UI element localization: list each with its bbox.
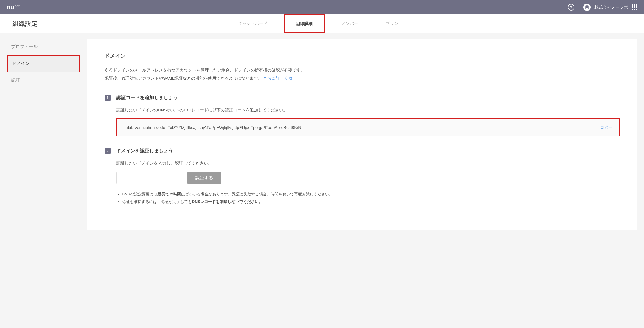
note-1: DNSの設定変更には最長で72時間ほどかかる場合があります。認証に失敗する場合、… xyxy=(122,190,620,198)
content-area: プロフィール ドメイン 認証 ドメイン あるドメインのメールアドレスを持つアカウ… xyxy=(0,33,644,235)
notes-list: DNSの設定変更には最長で72時間ほどかかる場合があります。認証に失敗する場合、… xyxy=(116,190,620,205)
step2-instruction: 認証したいドメインを入力し、認証してください。 xyxy=(116,161,620,166)
tab-members[interactable]: メンバー xyxy=(330,14,369,33)
topbar-left: nudev xyxy=(7,4,20,11)
brand-suffix: dev xyxy=(15,4,20,8)
svg-rect-0 xyxy=(586,6,588,9)
topbar: nudev ? | 株式会社ノーラボ xyxy=(0,0,644,14)
step2-body: 認証したいドメインを入力し、認証してください。 認証する DNSの設定変更には最… xyxy=(116,161,620,205)
apps-grid-icon[interactable] xyxy=(632,4,637,10)
brand-text: nu xyxy=(7,4,14,11)
desc-line2: 認証後、管理対象アカウントやSAML認証などの機能を使用できるようになります。 xyxy=(105,76,263,80)
sidebar: プロフィール ドメイン 認証 xyxy=(7,39,80,88)
step2-title: ドメインを認証しましょう xyxy=(116,148,173,154)
step1-body: 認証したいドメインのDNSホストのTXTレコードに以下の認証コードを追加してくだ… xyxy=(116,107,620,136)
step1-title: 認証コードを追加しましょう xyxy=(116,94,178,101)
sidebar-item-auth[interactable]: 認証 xyxy=(7,72,80,88)
step2-num: 2 xyxy=(105,148,111,154)
tab-dashboard[interactable]: ダッシュボード xyxy=(227,14,278,33)
topbar-right: ? | 株式会社ノーラボ xyxy=(568,4,637,11)
tab-plan[interactable]: プラン xyxy=(375,14,409,33)
section-heading: ドメイン xyxy=(105,52,620,60)
svg-rect-1 xyxy=(586,6,587,7)
brand-logo[interactable]: nudev xyxy=(7,4,20,11)
subheader: 組織設定 ダッシュボード 組織詳細 メンバー プラン xyxy=(0,14,644,33)
divider: | xyxy=(578,5,579,10)
org-avatar-icon[interactable] xyxy=(583,4,591,11)
svg-rect-2 xyxy=(587,6,588,7)
sidebar-item-domain[interactable]: ドメイン xyxy=(7,55,80,72)
learn-more-link[interactable]: さらに詳しく⧉ xyxy=(263,76,292,80)
page-title: 組織設定 xyxy=(12,14,38,33)
step1-instruction: 認証したいドメインのDNSホストのTXTレコードに以下の認証コードを追加してくだ… xyxy=(116,107,620,113)
help-icon[interactable]: ? xyxy=(568,4,574,11)
learn-more-text: さらに詳しく xyxy=(263,76,288,80)
svg-rect-3 xyxy=(586,7,587,8)
domain-input[interactable] xyxy=(116,172,182,184)
domain-input-row: 認証する xyxy=(116,172,620,184)
verify-button[interactable]: 認証する xyxy=(187,172,221,184)
tabs: ダッシュボード 組織詳細 メンバー プラン xyxy=(55,14,582,33)
verification-code: nulab-verification-code=TefZYZMjdfksajfl… xyxy=(123,125,301,130)
desc-line1: あるドメインのメールアドレスを持つアカウントを管理したい場合、ドメインの所有権の… xyxy=(105,68,305,72)
step1-header: 1 認証コードを追加しましょう xyxy=(105,94,620,101)
org-name[interactable]: 株式会社ノーラボ xyxy=(594,5,628,10)
tab-org-details[interactable]: 組織詳細 xyxy=(284,14,325,33)
external-link-icon: ⧉ xyxy=(289,76,292,80)
section-description: あるドメインのメールアドレスを持つアカウントを管理したい場合、ドメインの所有権の… xyxy=(105,66,620,82)
svg-rect-4 xyxy=(587,7,588,8)
sidebar-item-profile[interactable]: プロフィール xyxy=(7,39,80,55)
verification-code-box: nulab-verification-code=TefZYZMjdfksajfl… xyxy=(116,118,620,136)
copy-button[interactable]: コピー xyxy=(600,125,613,130)
step2-header: 2 ドメインを認証しましょう xyxy=(105,148,620,154)
step1-num: 1 xyxy=(105,95,111,101)
main-panel: ドメイン あるドメインのメールアドレスを持つアカウントを管理したい場合、ドメイン… xyxy=(87,39,637,230)
note-2: 認証を維持するには、認証が完了してもDNSレコードを削除しないでください。 xyxy=(122,198,620,205)
